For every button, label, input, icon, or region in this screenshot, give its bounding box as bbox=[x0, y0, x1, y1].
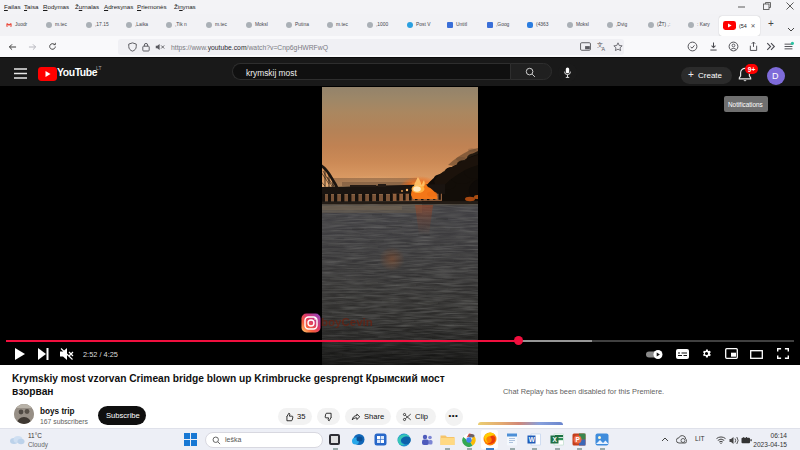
svg-text:A: A bbox=[602, 46, 606, 52]
svg-text:W: W bbox=[529, 436, 536, 443]
svg-text:P: P bbox=[576, 436, 581, 443]
svg-text:X: X bbox=[553, 436, 558, 443]
